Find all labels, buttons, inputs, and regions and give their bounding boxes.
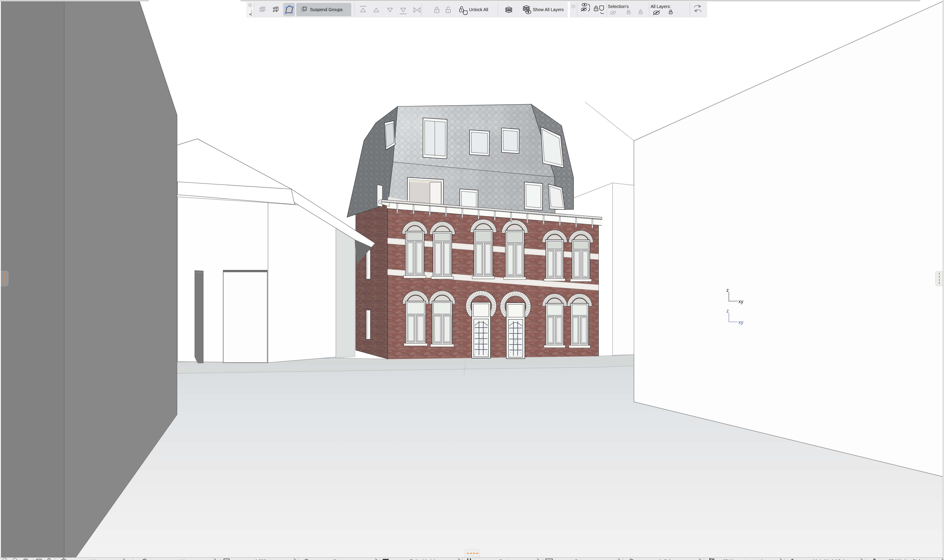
svg-text:Selection's: Selection's	[608, 4, 629, 9]
svg-text:Entire Model: Entire Model	[410, 558, 435, 560]
svg-text:3D Window Style: 3D Window Style	[889, 558, 922, 560]
svg-text:N/A: N/A	[178, 558, 186, 560]
svg-text:A...: A...	[249, 10, 253, 15]
svg-text:05 Nieuwe toestand: 05 Nieuwe toestand	[723, 558, 762, 560]
svg-text:Unlock All: Unlock All	[469, 7, 488, 12]
svg-text:Ontwerp: Ontwerp	[575, 558, 591, 560]
svg-text:Custom: Custom	[333, 558, 348, 560]
svg-text:Custom: Custom	[499, 558, 514, 560]
svg-text:xy: xy	[738, 319, 743, 325]
svg-text:Suspend Groups: Suspend Groups	[310, 7, 343, 12]
svg-text:All Layers:: All Layers:	[650, 4, 671, 9]
svg-text:z: z	[726, 308, 729, 314]
svg-text:z: z	[726, 287, 729, 293]
svg-text:Show All Layers: Show All Layers	[533, 7, 564, 12]
svg-text:1:200: 1:200	[255, 558, 266, 560]
svg-text:xy: xy	[738, 299, 743, 304]
svg-text:A. Grijs: A. Grijs	[658, 558, 673, 560]
svg-text:N/A: N/A	[89, 558, 97, 560]
svg-text:Main Model Only: Main Model Only	[813, 558, 847, 560]
